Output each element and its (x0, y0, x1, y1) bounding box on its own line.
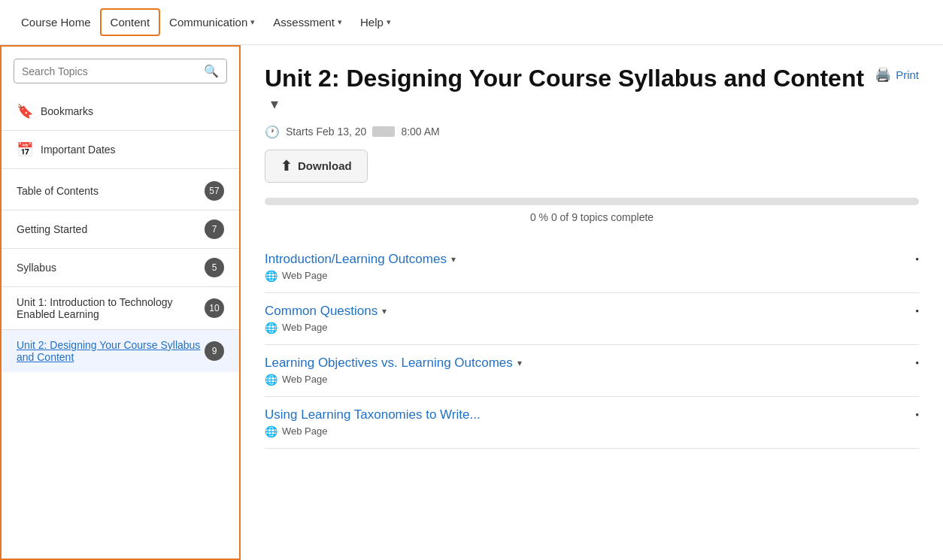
nav-assessment-label: Assessment (273, 16, 335, 29)
toc-item-badge: 57 (205, 181, 224, 201)
top-navigation: Course Home Content Communication ▾ Asse… (0, 0, 943, 45)
toc-item-label: Syllabus (17, 262, 205, 274)
topic-type-label: Web Page (282, 322, 327, 333)
page-layout: 🔍 🔖 Bookmarks 📅 Important Dates Table of… (0, 45, 943, 560)
unit-title-chevron-icon[interactable]: ▾ (271, 95, 278, 112)
search-icon: 🔍 (204, 64, 219, 78)
topic-title: Introduction/Learning Outcomes▾ (265, 252, 456, 267)
globe-icon: 🌐 (265, 322, 277, 334)
divider (2, 168, 239, 169)
starts-time: 8:00 AM (401, 126, 439, 138)
topic-header: Learning Objectives vs. Learning Outcome… (265, 356, 919, 371)
topic-title-link[interactable]: Learning Objectives vs. Learning Outcome… (265, 356, 513, 371)
important-dates-label: Important Dates (41, 144, 116, 156)
bookmark-icon: 🔖 (17, 103, 33, 120)
topic-type-label: Web Page (282, 425, 327, 437)
toc-item[interactable]: Unit 2: Designing Your Course Syllabus a… (2, 330, 239, 372)
status-dot: ● (915, 307, 919, 314)
toc-item[interactable]: Unit 1: Introduction to Technology Enabl… (2, 287, 239, 330)
main-content: Unit 2: Designing Your Course Syllabus a… (241, 45, 943, 560)
redacted-year (372, 126, 395, 137)
toc-item-label: Unit 1: Introduction to Technology Enabl… (17, 296, 205, 320)
topic-header: Common Questions▾● (265, 304, 919, 319)
topic-header: Introduction/Learning Outcomes▾● (265, 252, 919, 267)
clock-icon: 🕐 (265, 125, 280, 139)
unit-header: Unit 2: Designing Your Course Syllabus a… (265, 63, 919, 113)
topic-item: Introduction/Learning Outcomes▾●🌐Web Pag… (265, 241, 919, 293)
download-label: Download (298, 159, 352, 172)
toc-section: Table of Contents57Getting Started7Sylla… (2, 172, 239, 372)
search-input[interactable] (22, 65, 199, 77)
topic-title: Using Learning Taxonomies to Write... (265, 407, 481, 422)
toc-item[interactable]: Syllabus5 (2, 249, 239, 287)
nav-assessment[interactable]: Assessment ▾ (264, 10, 351, 35)
topic-type-label: Web Page (282, 270, 327, 281)
topic-subtype: 🌐Web Page (265, 270, 919, 282)
nav-communication[interactable]: Communication ▾ (160, 10, 264, 35)
toc-item-badge: 9 (205, 341, 224, 361)
status-dot: ● (915, 411, 919, 418)
chevron-down-icon[interactable]: ▾ (517, 358, 522, 368)
progress-percent: 0 % (530, 211, 548, 223)
topic-type-label: Web Page (282, 374, 327, 385)
nav-content[interactable]: Content (100, 8, 161, 36)
topic-subtype: 🌐Web Page (265, 374, 919, 386)
starts-info: 🕐 Starts Feb 13, 20 8:00 AM (265, 125, 919, 139)
nav-help-label: Help (360, 16, 384, 29)
topic-item: Learning Objectives vs. Learning Outcome… (265, 345, 919, 397)
toc-item-badge: 5 (205, 258, 224, 277)
status-dot: ● (915, 256, 919, 262)
sidebar: 🔍 🔖 Bookmarks 📅 Important Dates Table of… (0, 45, 241, 560)
globe-icon: 🌐 (265, 425, 277, 437)
toc-item[interactable]: Getting Started7 (2, 210, 239, 249)
print-icon: 🖨️ (875, 66, 891, 83)
topic-item: Common Questions▾●🌐Web Page (265, 293, 919, 345)
toc-item[interactable]: Table of Contents57 (2, 172, 239, 210)
toc-item-badge: 7 (205, 219, 224, 239)
chevron-down-icon: ▾ (250, 17, 255, 27)
topic-subtype: 🌐Web Page (265, 425, 919, 437)
topic-title: Common Questions▾ (265, 304, 387, 319)
topic-title: Learning Objectives vs. Learning Outcome… (265, 356, 522, 371)
calendar-icon: 📅 (17, 141, 33, 158)
topic-header: Using Learning Taxonomies to Write...● (265, 407, 919, 422)
chevron-down-icon: ▾ (387, 17, 391, 27)
progress-detail: 0 of 9 topics complete (551, 211, 653, 223)
chevron-down-icon[interactable]: ▾ (451, 254, 456, 265)
sidebar-item-important-dates[interactable]: 📅 Important Dates (2, 134, 239, 165)
progress-text: 0 % 0 of 9 topics complete (265, 211, 919, 223)
download-icon: ⬆ (280, 158, 292, 174)
nav-communication-label: Communication (169, 16, 247, 29)
topic-title-link[interactable]: Introduction/Learning Outcomes (265, 252, 447, 267)
globe-icon: 🌐 (265, 374, 277, 386)
topic-title-link[interactable]: Using Learning Taxonomies to Write... (265, 407, 481, 422)
print-label: Print (896, 68, 919, 81)
chevron-down-icon: ▾ (338, 17, 342, 27)
starts-label: Starts Feb 13, 20 (286, 126, 366, 138)
progress-bar (265, 198, 919, 205)
nav-course-home[interactable]: Course Home (12, 10, 100, 35)
topics-list: Introduction/Learning Outcomes▾●🌐Web Pag… (265, 241, 919, 449)
toc-item-label: Getting Started (17, 223, 205, 235)
status-dot: ● (915, 359, 919, 366)
unit-title-text: Unit 2: Designing Your Course Syllabus a… (265, 65, 864, 92)
globe-icon: 🌐 (265, 270, 277, 282)
topic-subtype: 🌐Web Page (265, 322, 919, 334)
nav-help[interactable]: Help ▾ (351, 10, 400, 35)
chevron-down-icon[interactable]: ▾ (382, 306, 387, 316)
toc-item-label: Unit 2: Designing Your Course Syllabus a… (17, 339, 205, 363)
search-bar[interactable]: 🔍 (14, 59, 227, 83)
toc-item-badge: 10 (205, 298, 224, 318)
print-button[interactable]: 🖨️ Print (875, 63, 919, 83)
topic-title-link[interactable]: Common Questions (265, 304, 378, 319)
toc-item-label: Table of Contents (17, 185, 205, 197)
unit-title: Unit 2: Designing Your Course Syllabus a… (265, 63, 875, 113)
divider (2, 130, 239, 131)
sidebar-item-bookmarks[interactable]: 🔖 Bookmarks (2, 95, 239, 127)
bookmarks-label: Bookmarks (41, 105, 93, 117)
topic-item: Using Learning Taxonomies to Write...●🌐W… (265, 397, 919, 449)
download-button[interactable]: ⬆ Download (265, 150, 368, 183)
